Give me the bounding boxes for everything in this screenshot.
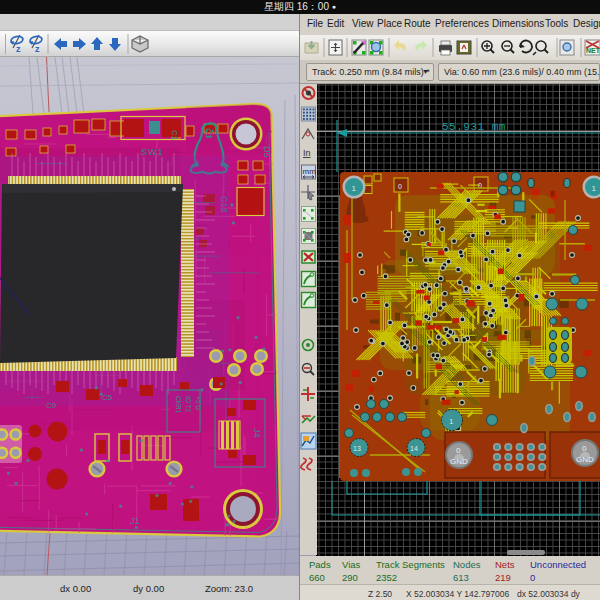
svg-text:1: 1 <box>352 184 357 193</box>
svg-text:+5 G: +5 G <box>195 396 202 410</box>
svg-text:J1: J1 <box>130 516 140 526</box>
svg-text:14: 14 <box>410 445 418 452</box>
svg-text:1: 1 <box>592 184 597 193</box>
svg-text:0: 0 <box>582 444 587 453</box>
svg-text:C1: C1 <box>170 130 179 141</box>
svg-text:CKR1: CKR1 <box>175 396 182 414</box>
svg-text:In: In <box>303 148 311 158</box>
svg-text:C9: C9 <box>46 401 57 410</box>
svg-text:GND: GND <box>576 455 594 464</box>
svg-text:mm: mm <box>303 167 317 176</box>
svg-text:J4: J4 <box>252 428 262 438</box>
svg-text:z: z <box>35 44 40 54</box>
svg-text:IO T2: IO T2 <box>185 396 192 413</box>
svg-text:z: z <box>16 44 21 54</box>
svg-text:D5: D5 <box>262 146 272 158</box>
svg-text:55.931 mm: 55.931 mm <box>442 121 506 133</box>
svg-text:GND: GND <box>450 457 468 466</box>
svg-text:SW1: SW1 <box>141 147 164 157</box>
svg-text:13: 13 <box>353 445 361 452</box>
svg-text:1: 1 <box>449 417 454 426</box>
svg-text:0: 0 <box>398 183 402 190</box>
svg-text:C5: C5 <box>102 393 113 402</box>
svg-text:0: 0 <box>456 446 461 455</box>
